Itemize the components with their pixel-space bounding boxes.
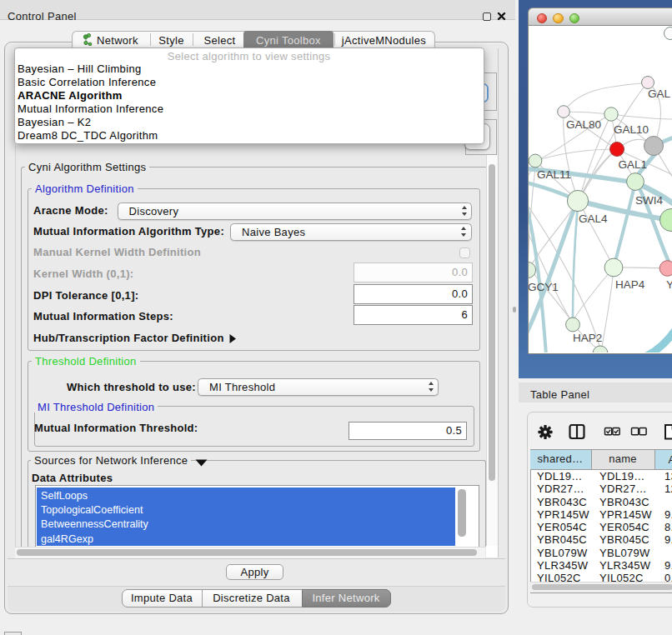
svg-text:GCY1: GCY1 — [529, 281, 559, 293]
svg-text:HAP4: HAP4 — [615, 278, 645, 291]
svg-text:GAL80: GAL80 — [566, 118, 601, 131]
svg-text:Y: Y — [666, 278, 672, 291]
svg-text:GAL: GAL — [648, 88, 671, 100]
svg-text:GAL4: GAL4 — [579, 212, 608, 225]
svg-text:GAL1: GAL1 — [619, 158, 648, 171]
svg-text:GAL10: GAL10 — [614, 123, 649, 136]
svg-text:GAL11: GAL11 — [537, 168, 571, 181]
svg-text:SWI4: SWI4 — [635, 194, 663, 207]
svg-text:HAP2: HAP2 — [573, 332, 602, 344]
